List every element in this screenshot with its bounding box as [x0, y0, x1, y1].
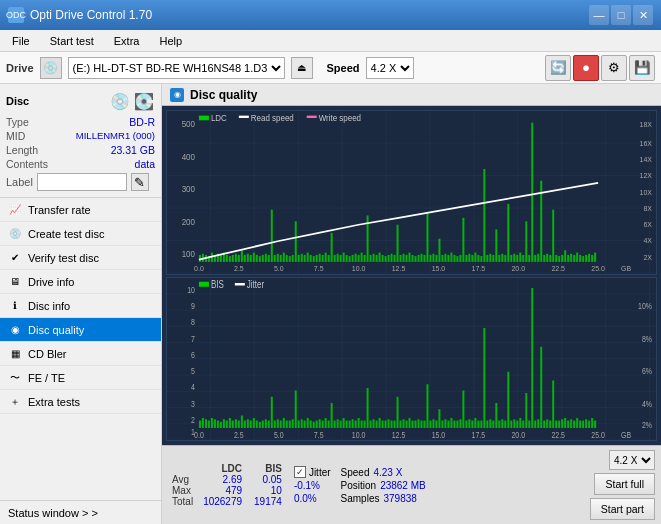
- bis-header: BIS: [248, 463, 288, 474]
- svg-rect-201: [202, 418, 204, 428]
- svg-rect-127: [489, 254, 491, 262]
- svg-rect-128: [492, 255, 494, 262]
- start-full-button[interactable]: Start full: [594, 473, 655, 495]
- svg-rect-154: [570, 254, 572, 262]
- stats-table: LDC BIS Avg 2.69 0.05 Max 479 10 Total 1…: [168, 463, 288, 507]
- svg-rect-159: [585, 255, 587, 262]
- svg-rect-143: [537, 254, 539, 262]
- svg-rect-314: [540, 346, 542, 427]
- svg-rect-333: [199, 281, 209, 286]
- menu-start-test[interactable]: Start test: [42, 33, 102, 49]
- svg-rect-268: [403, 419, 405, 428]
- menu-help[interactable]: Help: [151, 33, 190, 49]
- nav-disc-info[interactable]: ℹ Disc info: [0, 294, 161, 318]
- nav-disc-quality[interactable]: ◉ Disc quality: [0, 318, 161, 342]
- menu-file[interactable]: File: [4, 33, 38, 49]
- speed-select[interactable]: 4.2 X: [366, 57, 414, 79]
- svg-rect-108: [432, 254, 434, 262]
- svg-rect-70: [319, 254, 321, 262]
- svg-rect-76: [337, 254, 339, 262]
- jitter-checkbox[interactable]: ✓: [294, 466, 306, 478]
- svg-rect-316: [546, 419, 548, 428]
- label-apply-button[interactable]: ✎: [131, 173, 149, 191]
- svg-rect-279: [435, 420, 437, 428]
- svg-text:10.0: 10.0: [352, 430, 366, 440]
- minimize-button[interactable]: —: [589, 5, 609, 25]
- refresh-button[interactable]: 🔄: [545, 55, 571, 81]
- samples-label: Samples: [341, 493, 380, 504]
- svg-text:22.5: 22.5: [551, 430, 565, 440]
- svg-text:17.5: 17.5: [472, 430, 486, 440]
- svg-rect-87: [370, 255, 372, 262]
- drive-select[interactable]: (E:) HL-DT-ST BD-RE WH16NS48 1.D3: [68, 57, 285, 79]
- nav-extra-tests[interactable]: ＋ Extra tests: [0, 390, 161, 414]
- ldc-header: LDC: [197, 463, 248, 474]
- svg-text:10.0: 10.0: [352, 264, 366, 274]
- svg-rect-252: [355, 420, 357, 428]
- svg-text:2.5: 2.5: [234, 264, 244, 274]
- save-button[interactable]: 💾: [629, 55, 655, 81]
- nav-drive-info[interactable]: 🖥 Drive info: [0, 270, 161, 294]
- nav-transfer-rate[interactable]: 📈 Transfer rate: [0, 198, 161, 222]
- svg-rect-281: [441, 420, 443, 428]
- svg-text:Write speed: Write speed: [319, 113, 362, 124]
- svg-rect-278: [432, 419, 434, 428]
- toolbar-icons: 🔄 ● ⚙ 💾: [545, 55, 655, 81]
- max-ldc: 479: [197, 485, 248, 496]
- settings-button[interactable]: ⚙: [601, 55, 627, 81]
- svg-rect-167: [307, 116, 317, 118]
- label-input[interactable]: [37, 173, 127, 191]
- svg-rect-149: [555, 255, 557, 262]
- menu-extra[interactable]: Extra: [106, 33, 148, 49]
- svg-rect-135: [513, 254, 515, 262]
- start-part-button[interactable]: Start part: [590, 498, 655, 520]
- svg-rect-132: [504, 255, 506, 262]
- svg-rect-205: [214, 419, 216, 428]
- svg-rect-112: [444, 254, 446, 262]
- svg-rect-88: [373, 254, 375, 262]
- svg-rect-72: [325, 253, 327, 262]
- nav-fe-te[interactable]: 〜 FE / TE: [0, 366, 161, 390]
- burn-button[interactable]: ●: [573, 55, 599, 81]
- disc-quality-title: Disc quality: [190, 88, 257, 102]
- svg-rect-335: [235, 283, 245, 286]
- svg-rect-98: [403, 254, 405, 262]
- close-button[interactable]: ✕: [633, 5, 653, 25]
- label-key: Label: [6, 176, 33, 188]
- svg-text:5.0: 5.0: [274, 264, 284, 274]
- speed-dropdown[interactable]: 4.2 X: [609, 450, 655, 470]
- svg-text:400: 400: [182, 151, 195, 162]
- svg-rect-118: [462, 218, 464, 262]
- nav-cd-bler[interactable]: ▦ CD Bler: [0, 342, 161, 366]
- svg-rect-219: [256, 420, 258, 428]
- maximize-button[interactable]: □: [611, 5, 631, 25]
- svg-text:2.5: 2.5: [234, 430, 244, 440]
- svg-rect-163: [199, 116, 209, 121]
- nav-verify-test-disc[interactable]: ✔ Verify test disc: [0, 246, 161, 270]
- svg-rect-165: [239, 116, 249, 118]
- svg-rect-237: [310, 420, 312, 428]
- svg-rect-66: [307, 253, 309, 262]
- nav-create-test-disc[interactable]: 💿 Create test disc: [0, 222, 161, 246]
- ldc-chart: 500 400 300 200 100 18X 16X 14X 12X 10X …: [166, 110, 657, 275]
- svg-rect-274: [420, 420, 422, 428]
- svg-text:LDC: LDC: [211, 113, 227, 124]
- svg-rect-320: [558, 420, 560, 428]
- svg-rect-100: [409, 253, 411, 262]
- svg-rect-318: [552, 380, 554, 428]
- ldc-chart-svg: 500 400 300 200 100 18X 16X 14X 12X 10X …: [167, 111, 656, 274]
- svg-rect-41: [232, 255, 234, 262]
- svg-rect-244: [331, 403, 333, 428]
- svg-rect-157: [579, 255, 581, 262]
- status-window-button[interactable]: Status window > >: [0, 500, 161, 524]
- svg-rect-218: [253, 418, 255, 428]
- svg-rect-121: [471, 255, 473, 262]
- mid-key: MID: [6, 130, 25, 142]
- svg-rect-160: [588, 254, 590, 262]
- eject-button[interactable]: ⏏: [291, 57, 313, 79]
- svg-text:7: 7: [191, 334, 195, 344]
- svg-text:20.0: 20.0: [511, 264, 525, 274]
- svg-rect-306: [516, 420, 518, 428]
- svg-rect-45: [244, 255, 246, 262]
- svg-rect-131: [501, 254, 503, 262]
